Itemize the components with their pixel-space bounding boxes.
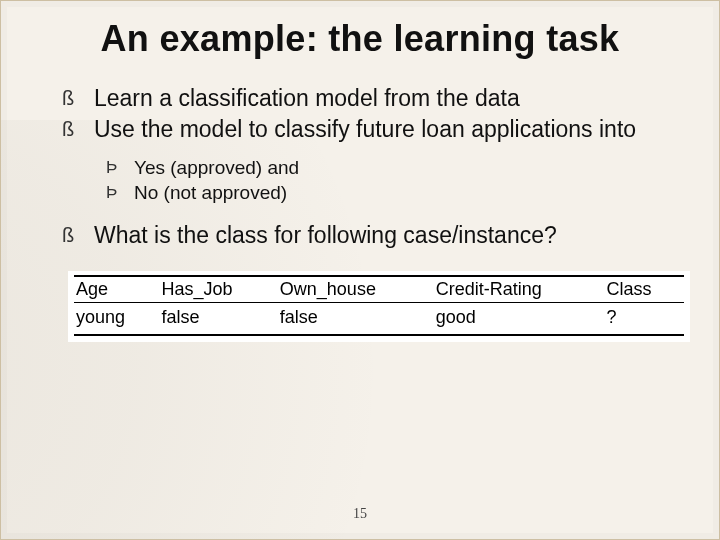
col-class: Class — [605, 276, 684, 303]
col-own-house: Own_house — [278, 276, 434, 303]
sub-bullet-no: No (not approved) — [106, 182, 670, 205]
cell-credit-rating: good — [434, 302, 605, 335]
cell-class: ? — [605, 302, 684, 335]
cell-has-job: false — [159, 302, 277, 335]
sub-bullet-list: Yes (approved) and No (not approved) — [106, 157, 670, 205]
main-bullet-list: Learn a classification model from the da… — [62, 84, 670, 143]
table-row: young false false good ? — [74, 302, 684, 335]
table-header-row: Age Has_Job Own_house Credit-Rating Clas… — [74, 276, 684, 303]
col-age: Age — [74, 276, 159, 303]
cell-age: young — [74, 302, 159, 335]
example-table-wrap: Age Has_Job Own_house Credit-Rating Clas… — [68, 271, 690, 342]
bullet-use-model: Use the model to classify future loan ap… — [62, 115, 670, 143]
main-bullet-list-2: What is the class for following case/ins… — [62, 221, 670, 249]
sub-bullet-yes: Yes (approved) and — [106, 157, 670, 180]
example-table: Age Has_Job Own_house Credit-Rating Clas… — [74, 275, 684, 336]
bullet-learn-model: Learn a classification model from the da… — [62, 84, 670, 112]
bullet-question: What is the class for following case/ins… — [62, 221, 670, 249]
page-number: 15 — [0, 506, 720, 522]
col-credit-rating: Credit-Rating — [434, 276, 605, 303]
slide-title: An example: the learning task — [50, 18, 670, 60]
slide-content: An example: the learning task Learn a cl… — [0, 0, 720, 342]
cell-own-house: false — [278, 302, 434, 335]
col-has-job: Has_Job — [159, 276, 277, 303]
